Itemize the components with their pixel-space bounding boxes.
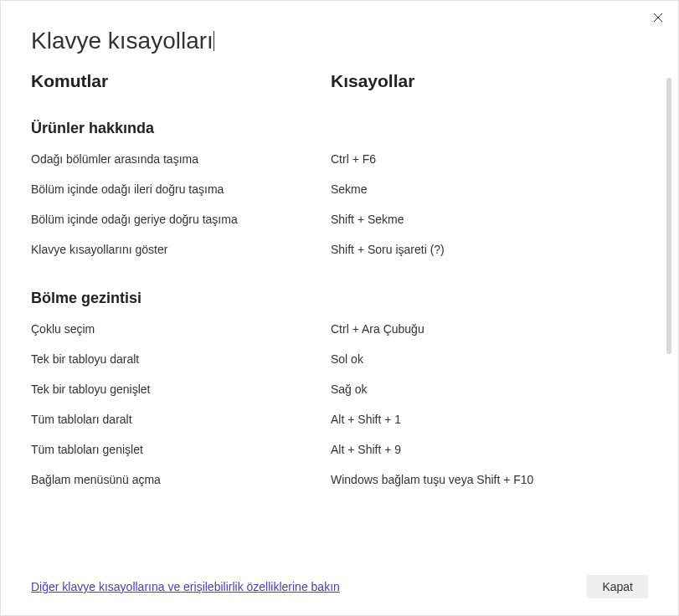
shortcut-row: Bağlam menüsünü açma Windows bağlam tuşu… [31,473,631,486]
command-label: Bölüm içinde odağı ileri doğru taşıma [31,182,331,196]
dialog-title: Klavye kısayolları [31,28,213,54]
command-label: Odağı bölümler arasında taşıma [31,152,331,166]
section-title: Ürünler hakkında [31,120,631,137]
shortcut-label: Sekme [331,182,631,196]
shortcut-label: Alt + Shift + 1 [331,413,631,426]
command-label: Bağlam menüsünü açma [31,473,331,486]
column-headers: Komutlar Kısayollar [31,71,648,91]
shortcut-row: Bölüm içinde odağı geriye doğru taşıma S… [31,213,631,226]
scrollbar[interactable] [666,78,671,354]
command-label: Tüm tabloları genişlet [31,443,331,456]
shortcut-row: Tüm tabloları daralt Alt + Shift + 1 [31,413,631,426]
close-button[interactable]: Kapat [587,575,648,598]
shortcut-label: Alt + Shift + 9 [331,443,631,456]
command-label: Tek bir tabloyu daralt [31,352,331,366]
shortcut-row: Tek bir tabloyu genişlet Sağ ok [31,382,631,396]
command-label: Tek bir tabloyu genişlet [31,382,331,396]
accessibility-link[interactable]: Diğer klavye kısayollarına ve erişilebil… [31,580,340,593]
dialog-content: Klavye kısayolları Komutlar Kısayollar Ü… [1,1,678,568]
dialog-footer: Diğer klavye kısayollarına ve erişilebil… [1,568,678,615]
section-products: Ürünler hakkında Odağı bölümler arasında… [31,120,631,256]
shortcut-row: Klavye kısayollarını göster Shift + Soru… [31,243,631,256]
shortcut-label: Ctrl + F6 [331,152,631,166]
command-label: Bölüm içinde odağı geriye doğru taşıma [31,213,331,226]
shortcuts-scroll-area[interactable]: Ürünler hakkında Odağı bölümler arasında… [31,115,648,555]
shortcut-label: Sol ok [331,352,631,366]
shortcut-row: Tüm tabloları genişlet Alt + Shift + 9 [31,443,631,456]
shortcut-row: Tek bir tabloyu daralt Sol ok [31,352,631,366]
shortcut-label: Sağ ok [331,382,631,396]
command-label: Tüm tabloları daralt [31,413,331,426]
shortcut-label: Shift + Soru işareti (?) [331,243,631,256]
shortcut-label: Shift + Sekme [331,213,631,226]
shortcut-row: Çoklu seçim Ctrl + Ara Çubuğu [31,322,631,336]
commands-header: Komutlar [31,71,331,91]
shortcut-row: Bölüm içinde odağı ileri doğru taşıma Se… [31,182,631,196]
shortcut-row: Odağı bölümler arasında taşıma Ctrl + F6 [31,152,631,166]
shortcuts-header: Kısayollar [331,71,648,91]
command-label: Çoklu seçim [31,322,331,336]
section-pane-navigation: Bölme gezintisi Çoklu seçim Ctrl + Ara Ç… [31,290,631,486]
shortcut-label: Windows bağlam tuşu veya Shift + F10 [331,473,631,486]
command-label: Klavye kısayollarını göster [31,243,331,256]
shortcut-label: Ctrl + Ara Çubuğu [331,322,631,336]
section-title: Bölme gezintisi [31,290,631,307]
